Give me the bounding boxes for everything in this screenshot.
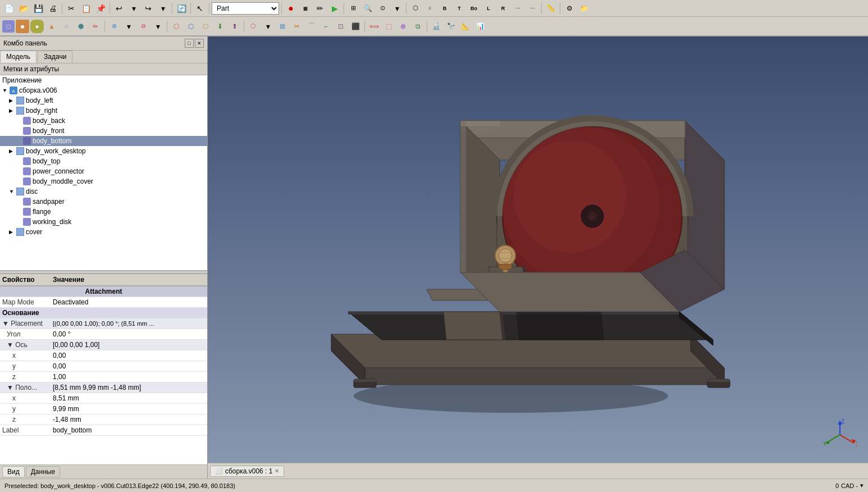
play-button[interactable]: ▶ — [328, 2, 341, 15]
shape1-button[interactable]: ⬡ — [170, 20, 183, 33]
clone-button[interactable]: ⧉ — [411, 20, 424, 33]
tab-model[interactable]: Модель — [0, 51, 36, 63]
bool2-button[interactable]: ⊗ — [396, 20, 410, 33]
refresh-button[interactable]: 🔄 — [175, 2, 188, 15]
open-button[interactable]: 📂 — [17, 2, 30, 15]
analyze4-button[interactable]: 📊 — [473, 20, 487, 33]
viewport-tab-assembly[interactable]: ⬜ сборка.v006 : 1 ✕ — [210, 466, 284, 477]
view-right-button[interactable]: R — [496, 2, 510, 15]
view3d-button[interactable]: ⬡ — [246, 20, 260, 33]
bool-union-dd[interactable]: ▾ — [122, 20, 135, 33]
tree-item-body-back[interactable]: body_back — [0, 116, 207, 126]
viewport[interactable]: X Y Z ⬜ сборка.v006 : 1 ✕ — [208, 37, 868, 479]
viewport-content[interactable]: X Y Z — [208, 37, 868, 463]
bool-cut[interactable]: ⊖ — [136, 20, 150, 33]
disc-arrow[interactable]: ▼ — [9, 189, 16, 194]
stop-button[interactable]: ● — [284, 2, 298, 15]
root-arrow[interactable]: ▼ — [2, 88, 9, 93]
mirror-button[interactable]: ⟺ — [367, 20, 381, 33]
view-iso-button[interactable]: ⬡ — [409, 2, 422, 15]
bool-union[interactable]: ⊕ — [107, 20, 121, 33]
bool-cut-dd[interactable]: ▾ — [151, 20, 165, 33]
sketch-button[interactable]: ✏ — [89, 20, 102, 33]
tree-item-cover[interactable]: ▶ cover — [0, 227, 207, 237]
tree-item-application[interactable]: Приложение — [0, 75, 207, 85]
viewport-tab-close[interactable]: ✕ — [275, 468, 279, 474]
model-tree[interactable]: Приложение ▼ A сборка.v006 ▶ — [0, 75, 207, 271]
body-right-arrow[interactable]: ▶ — [9, 108, 16, 113]
tab-data[interactable]: Данные — [26, 466, 60, 477]
offset-button[interactable]: ⊡ — [334, 20, 348, 33]
shape2-button[interactable]: ⬡ — [184, 20, 198, 33]
view-top-button[interactable]: T — [453, 2, 466, 15]
view-bottom-button[interactable]: Bo — [467, 2, 481, 15]
copy-button[interactable]: 📋 — [79, 2, 93, 15]
cut3d-button[interactable]: ✂ — [290, 20, 304, 33]
view-settings-button[interactable]: ⊙ — [376, 2, 389, 15]
extra1-button[interactable]: ⚙ — [563, 2, 576, 15]
view3d-dd[interactable]: ▾ — [261, 20, 275, 33]
print-button[interactable]: 🖨 — [46, 2, 60, 15]
thick-button[interactable]: ⬛ — [349, 20, 362, 33]
part-selector[interactable]: Part — [212, 2, 279, 15]
save-button[interactable]: 💾 — [31, 2, 45, 15]
view-left-button[interactable]: L — [482, 2, 495, 15]
view-more2-button[interactable]: ⋯ — [526, 2, 539, 15]
import-button[interactable]: ⬇ — [213, 20, 227, 33]
fill-button[interactable]: ⬚ — [382, 20, 395, 33]
pointer-button[interactable]: ↖ — [193, 2, 207, 15]
body-left-arrow[interactable]: ▶ — [9, 98, 16, 103]
square-button[interactable]: ■ — [299, 2, 312, 15]
undo-dropdown[interactable]: ▾ — [127, 2, 140, 15]
tree-item-power[interactable]: power_connector — [0, 166, 207, 176]
tab-view[interactable]: Вид — [2, 466, 25, 477]
view3d2-button[interactable]: ⊠ — [276, 20, 289, 33]
extra2-button[interactable]: 📁 — [577, 2, 591, 15]
zoom-fit-button[interactable]: ⊞ — [346, 2, 360, 15]
tree-item-body-left[interactable]: ▶ body_left — [0, 95, 207, 106]
tree-item-body-front[interactable]: body_front — [0, 126, 207, 136]
view-more-button[interactable]: ⋯ — [511, 2, 524, 15]
tree-item-moddle[interactable]: body_moddle_cover — [0, 176, 207, 186]
measure-button[interactable]: 📏 — [544, 2, 558, 15]
redo-dropdown[interactable]: ▾ — [156, 2, 170, 15]
analyze3-button[interactable]: 📐 — [459, 20, 472, 33]
view-dropdown[interactable]: ▾ — [390, 2, 404, 15]
tree-item-body-work[interactable]: ▶ body_work_desktop — [0, 146, 207, 156]
tree-item-root[interactable]: ▼ A сборка.v006 — [0, 85, 207, 95]
cut-button[interactable]: ✂ — [65, 2, 78, 15]
view-front-button[interactable]: F — [423, 2, 437, 15]
tree-item-sandpaper[interactable]: sandpaper — [0, 197, 207, 207]
undo-button[interactable]: ↩ — [112, 2, 126, 15]
cover-arrow[interactable]: ▶ — [9, 229, 16, 235]
view-back-button[interactable]: B — [438, 2, 451, 15]
tree-item-working-disk[interactable]: working_disk — [0, 217, 207, 227]
tree-item-body-top[interactable]: body_top — [0, 156, 207, 166]
tree-item-disc[interactable]: ▼ disc — [0, 186, 207, 197]
cube-button[interactable]: ■ — [16, 20, 29, 33]
tree-item-flange[interactable]: flange — [0, 207, 207, 217]
export-button[interactable]: ⬆ — [228, 20, 241, 33]
cad-dropdown[interactable]: ▾ — [860, 482, 864, 489]
redo-button[interactable]: ↪ — [141, 2, 155, 15]
tree-item-body-right[interactable]: ▶ body_right — [0, 106, 207, 116]
fillet-button[interactable]: ⌒ — [305, 20, 318, 33]
cone-button[interactable]: ▲ — [45, 20, 58, 33]
shape3-button[interactable]: ⬡ — [199, 20, 212, 33]
tab-tasks[interactable]: Задачи — [38, 51, 72, 63]
extrude-button[interactable]: ⬢ — [74, 20, 88, 33]
torus-button[interactable]: ○ — [60, 20, 73, 33]
box-button[interactable]: □ — [2, 20, 15, 33]
panel-close-button[interactable]: ✕ — [195, 39, 204, 48]
zoom-in-button[interactable]: 🔍 — [361, 2, 374, 15]
chamfer-button[interactable]: ⌐ — [319, 20, 333, 33]
new-button[interactable]: 📄 — [2, 2, 16, 15]
sphere-button[interactable]: ● — [30, 20, 44, 33]
edit-button[interactable]: ✏ — [313, 2, 327, 15]
body-work-arrow[interactable]: ▶ — [9, 148, 16, 154]
paste-button[interactable]: 📌 — [94, 2, 107, 15]
panel-restore-button[interactable]: □ — [185, 39, 194, 48]
analyze1-button[interactable]: 🔬 — [430, 20, 443, 33]
analyze2-button[interactable]: 🔭 — [444, 20, 458, 33]
tree-item-body-bottom[interactable]: body_bottom — [0, 136, 207, 146]
